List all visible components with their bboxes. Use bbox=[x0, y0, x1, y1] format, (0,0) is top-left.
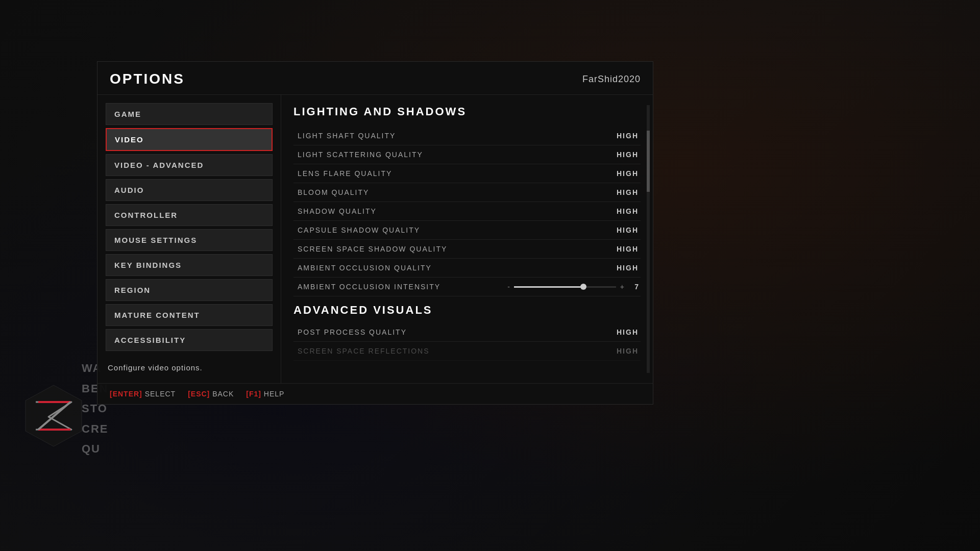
key-action: SELECT bbox=[145, 390, 176, 398]
table-row[interactable]: SCREEN SPACE REFLECTIONS HIGH bbox=[293, 342, 641, 361]
nav-item-video-advanced[interactable]: VIDEO - ADVANCED bbox=[106, 154, 273, 176]
panel-header: OPTIONS FarShid2020 bbox=[97, 62, 653, 95]
advanced-visuals-settings-list: POST PROCESS QUALITY HIGH SCREEN SPACE R… bbox=[293, 323, 641, 361]
setting-label: AMBIENT OCCLUSION INTENSITY bbox=[298, 283, 440, 291]
setting-value: HIGH bbox=[617, 188, 639, 196]
nav-item-mature-content[interactable]: MATURE CONTENT bbox=[106, 304, 273, 326]
setting-label: LIGHT SHAFT QUALITY bbox=[298, 132, 396, 140]
setting-value: HIGH bbox=[617, 264, 639, 272]
setting-value: HIGH bbox=[617, 328, 639, 336]
footer-key-f1: [F1] HELP bbox=[246, 390, 284, 398]
section-title-lighting: LIGHTING AND SHADOWS bbox=[293, 105, 641, 118]
key-action: BACK bbox=[212, 390, 234, 398]
setting-label: SHADOW QUALITY bbox=[298, 207, 377, 215]
table-row[interactable]: POST PROCESS QUALITY HIGH bbox=[293, 323, 641, 342]
nav-item-accessibility[interactable]: ACCESSIBILITY bbox=[106, 329, 273, 351]
setting-label: SCREEN SPACE SHADOW QUALITY bbox=[298, 245, 447, 253]
setting-value: HIGH bbox=[617, 245, 639, 253]
nav-item-game[interactable]: GAME bbox=[106, 103, 273, 125]
panel-username: FarShid2020 bbox=[582, 74, 641, 85]
setting-label: CAPSULE SHADOW QUALITY bbox=[298, 226, 420, 234]
table-row[interactable]: AMBIENT OCCLUSION QUALITY HIGH bbox=[293, 259, 641, 278]
nav-panel: GAME VIDEO VIDEO - ADVANCED AUDIO CONTRO… bbox=[97, 95, 281, 383]
key-bracket: [ENTER] bbox=[110, 390, 142, 398]
setting-value: HIGH bbox=[617, 207, 639, 215]
slider-fill bbox=[514, 286, 583, 288]
setting-value: HIGH bbox=[617, 226, 639, 234]
setting-value: HIGH bbox=[617, 151, 639, 159]
key-bracket: [ESC] bbox=[188, 390, 210, 398]
panel-body: GAME VIDEO VIDEO - ADVANCED AUDIO CONTRO… bbox=[97, 95, 653, 383]
setting-value: HIGH bbox=[617, 132, 639, 140]
setting-label: BLOOM QUALITY bbox=[298, 188, 369, 196]
footer-key-enter: [ENTER] SELECT bbox=[110, 390, 176, 398]
table-row[interactable]: CAPSULE SHADOW QUALITY HIGH bbox=[293, 221, 641, 240]
scrollbar[interactable] bbox=[647, 105, 650, 373]
footer-key-esc: [ESC] BACK bbox=[188, 390, 234, 398]
slider-control[interactable]: - + 7 bbox=[507, 283, 639, 291]
setting-value: HIGH bbox=[617, 347, 639, 355]
nav-item-video[interactable]: VIDEO bbox=[106, 128, 273, 151]
nav-item-region[interactable]: REGION bbox=[106, 279, 273, 301]
section-title-advanced-visuals: ADVANCED VISUALS bbox=[293, 304, 641, 317]
slider-thumb[interactable] bbox=[580, 284, 586, 290]
table-row[interactable]: SCREEN SPACE SHADOW QUALITY HIGH bbox=[293, 240, 641, 259]
slider-track[interactable] bbox=[514, 286, 616, 288]
slider-value: 7 bbox=[628, 283, 639, 291]
options-panel: OPTIONS FarShid2020 GAME VIDEO VIDEO - A… bbox=[97, 61, 653, 405]
table-row[interactable]: SHADOW QUALITY HIGH bbox=[293, 202, 641, 221]
lighting-settings-list: LIGHT SHAFT QUALITY HIGH LIGHT SCATTERIN… bbox=[293, 127, 641, 296]
logo bbox=[20, 383, 87, 449]
table-row[interactable]: LIGHT SCATTERING QUALITY HIGH bbox=[293, 145, 641, 164]
scrollbar-thumb[interactable] bbox=[647, 131, 650, 192]
nav-description: Configure video options. bbox=[106, 357, 273, 375]
nav-item-controller[interactable]: CONTROLLER bbox=[106, 204, 273, 226]
table-row[interactable]: AMBIENT OCCLUSION INTENSITY - + 7 bbox=[293, 278, 641, 296]
setting-label: LENS FLARE QUALITY bbox=[298, 169, 392, 178]
slider-increase-button[interactable]: + bbox=[620, 283, 624, 291]
setting-label: LIGHT SCATTERING QUALITY bbox=[298, 151, 423, 159]
table-row[interactable]: LIGHT SHAFT QUALITY HIGH bbox=[293, 127, 641, 145]
nav-item-audio[interactable]: AUDIO bbox=[106, 179, 273, 201]
nav-item-key-bindings[interactable]: KEY BINDINGS bbox=[106, 254, 273, 276]
key-bracket: [F1] bbox=[246, 390, 261, 398]
panel-footer: [ENTER] SELECT [ESC] BACK [F1] HELP bbox=[97, 383, 653, 404]
setting-label: SCREEN SPACE REFLECTIONS bbox=[298, 347, 430, 355]
panel-title: OPTIONS bbox=[110, 71, 185, 87]
table-row[interactable]: BLOOM QUALITY HIGH bbox=[293, 183, 641, 202]
content-panel: LIGHTING AND SHADOWS LIGHT SHAFT QUALITY… bbox=[281, 95, 653, 383]
setting-label: AMBIENT OCCLUSION QUALITY bbox=[298, 264, 432, 272]
key-action: HELP bbox=[264, 390, 285, 398]
table-row[interactable]: LENS FLARE QUALITY HIGH bbox=[293, 164, 641, 183]
setting-label: POST PROCESS QUALITY bbox=[298, 328, 407, 336]
slider-decrease-button[interactable]: - bbox=[507, 283, 510, 291]
nav-item-mouse-settings[interactable]: MOUSE SETTINGS bbox=[106, 229, 273, 251]
setting-value: HIGH bbox=[617, 169, 639, 178]
